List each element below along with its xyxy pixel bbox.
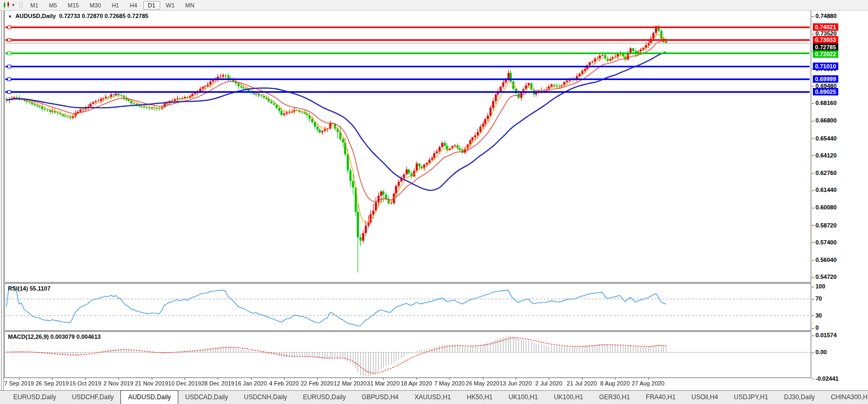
toolbar-grip [20, 2, 22, 8]
tab-xauusd-h1[interactable]: XAUUSD,H1 [407, 391, 458, 404]
axis-tick-value: 0.68160 [815, 100, 837, 106]
line-handle[interactable] [7, 65, 11, 68]
axis-tick-value: -0.02441 [815, 375, 838, 382]
support-line-blue-1[interactable] [5, 66, 810, 67]
timeframe-button-h4[interactable]: H4 [125, 1, 142, 10]
axis-tick-label: 0.01574 [812, 331, 837, 339]
axis-tick-label: 0.58720 [812, 222, 837, 229]
date-label: 2 Jul 2020 [535, 380, 562, 387]
date-axis[interactable]: 7 Sep 201926 Sep 201915 Oct 20192 Nov 20… [0, 377, 812, 390]
axis-tick-label: 0.64120 [812, 152, 837, 159]
axis-tick-dash [812, 353, 814, 353]
date-label: 7 Sep 2019 [4, 380, 34, 387]
axis-tick-label: 0.65440 [812, 135, 837, 142]
tab-uk100-h1[interactable]: UK100,H1 [502, 391, 545, 404]
axis-tick-label: 100 [812, 283, 825, 290]
tab-uk100-h1[interactable]: UK100,H1 [547, 391, 590, 404]
rsi-label: RSI(14) 55.1107 [8, 285, 50, 292]
rsi-indicator-panel[interactable]: RSI(14) 55.1107 [4, 283, 811, 331]
axis-tick-label: 0.00 [812, 348, 827, 356]
chevron-down-icon: ▾ [12, 3, 14, 7]
axis-tick-dash [812, 34, 814, 34]
top-toolbar: ▾ M1M5M15M30H1H4D1W1MN [0, 0, 868, 11]
axis-tick-value: 0.62760 [815, 170, 837, 176]
line-handle[interactable] [7, 90, 11, 94]
tab-usdcnh-daily[interactable]: USDCNH,Daily [237, 391, 294, 404]
axis-tick-label: 0.66800 [812, 117, 837, 124]
tab-eurusd-daily[interactable]: EURUSD,Daily [6, 391, 63, 404]
axis-tick-dash [812, 86, 814, 86]
timeframe-button-m5[interactable]: M5 [44, 1, 62, 10]
date-label: 21 Jul 2020 [567, 380, 597, 387]
support-line-blue-2[interactable] [5, 78, 810, 80]
price-chart-panel[interactable]: ▼AUDUSD,Daily 0.72733 0.72870 0.72685 0.… [4, 10, 811, 283]
resistance-line-1[interactable] [5, 27, 810, 28]
tab-usdchf-daily[interactable]: USDCHF,Daily [65, 391, 121, 404]
axis-tick-dash [812, 328, 814, 329]
tab-ger30-h1[interactable]: GER30,H1 [592, 391, 637, 404]
current-price-badge: 0.72785 [813, 43, 838, 51]
price-badge-0.73033: 0.73033 [813, 36, 838, 43]
tab-gbpusd-h4[interactable]: GBPUSD,H4 [355, 391, 405, 404]
macd-indicator-panel[interactable]: MACD(12,26,9) 0.003079 0.004613 [4, 331, 811, 378]
timeframe-button-m1[interactable]: M1 [25, 1, 43, 10]
timeframe-button-mn[interactable]: MN [180, 1, 199, 10]
line-handle[interactable] [7, 38, 11, 42]
timeframe-button-m15[interactable]: M15 [63, 1, 84, 10]
timeframe-button-m30[interactable]: M30 [85, 1, 106, 10]
date-label: 16 Jan 2020 [235, 380, 267, 387]
line-handle[interactable] [7, 25, 11, 29]
axis-tick-label: 70 [812, 295, 822, 302]
axis-tick-value: 100 [815, 283, 825, 289]
line-handle[interactable] [7, 77, 11, 81]
axis-tick-dash [812, 277, 814, 278]
axis-tick-label: 0.62760 [812, 169, 837, 177]
triangle-marker-icon: ▼ [8, 14, 12, 19]
timeframe-button-w1[interactable]: W1 [161, 1, 180, 10]
tab-fra40-h1[interactable]: FRA40,H1 [639, 391, 682, 404]
line-handle[interactable] [7, 51, 11, 55]
axis-tick-dash [812, 315, 814, 316]
tab-china300-h1[interactable]: CHINA300,H1 [824, 391, 868, 404]
price-badge-0.69999: 0.69999 [813, 75, 838, 83]
date-label: 8 Aug 2020 [600, 380, 630, 387]
axis-tick-value: 0.65440 [815, 135, 837, 142]
axis-tick-value: 0.74880 [815, 13, 837, 19]
tab-usoil-h4[interactable]: USOil,H4 [684, 391, 725, 404]
axis-tick-label: 0.54720 [812, 273, 837, 280]
tab-eurusd-daily[interactable]: EURUSD,Daily [296, 391, 353, 404]
chart-selector-button[interactable]: ▾ [0, 0, 17, 10]
tab-usdjpy-h1[interactable]: USDJPY,H1 [727, 391, 775, 404]
date-label: 15 Oct 2019 [70, 380, 101, 387]
tab-hk50-h1[interactable]: HK50,H1 [460, 391, 500, 404]
axis-tick-dash [812, 242, 814, 243]
support-line-blue-3[interactable] [5, 91, 810, 93]
axis-tick-dash [812, 379, 814, 379]
axis-tick-label: -0.02441 [812, 375, 838, 382]
price-axis[interactable]: 0.748800.735200.721600.708000.694800.681… [812, 10, 868, 390]
tab-usdcad-daily[interactable]: USDCAD,Daily [178, 391, 235, 404]
axis-tick-dash [812, 336, 814, 336]
axis-tick-value: 70 [815, 295, 822, 302]
axis-tick-label: 0.74880 [812, 12, 837, 20]
price-badge-0.71010: 0.71010 [813, 63, 838, 70]
date-label: 31 Mar 2020 [367, 380, 400, 387]
axis-tick-dash [812, 138, 814, 139]
axis-tick-label: 0.68160 [812, 99, 837, 107]
resistance-line-2[interactable] [5, 39, 810, 41]
current-price-line [5, 43, 810, 43]
price-badge-0.69025: 0.69025 [813, 88, 838, 95]
date-label: 22 Feb 2020 [301, 380, 334, 387]
timeframe-button-h1[interactable]: H1 [107, 1, 124, 10]
tab-dj30-daily[interactable]: DJ30,Daily [777, 391, 822, 404]
support-line-green[interactable] [5, 52, 810, 54]
axis-tick-dash [812, 155, 814, 156]
tab-audusd-daily[interactable]: AUDUSD,Daily [120, 390, 178, 404]
chart-symbol-label: AUDUSD,Daily [15, 13, 56, 19]
chart-title: ▼AUDUSD,Daily 0.72733 0.72870 0.72685 0.… [8, 13, 149, 19]
axis-tick-dash [812, 103, 814, 104]
axis-tick-label: 0.61440 [812, 186, 837, 194]
window-left-splitter[interactable] [1, 10, 4, 390]
timeframe-button-d1[interactable]: D1 [143, 1, 160, 10]
date-label: 4 Feb 2020 [269, 380, 299, 387]
